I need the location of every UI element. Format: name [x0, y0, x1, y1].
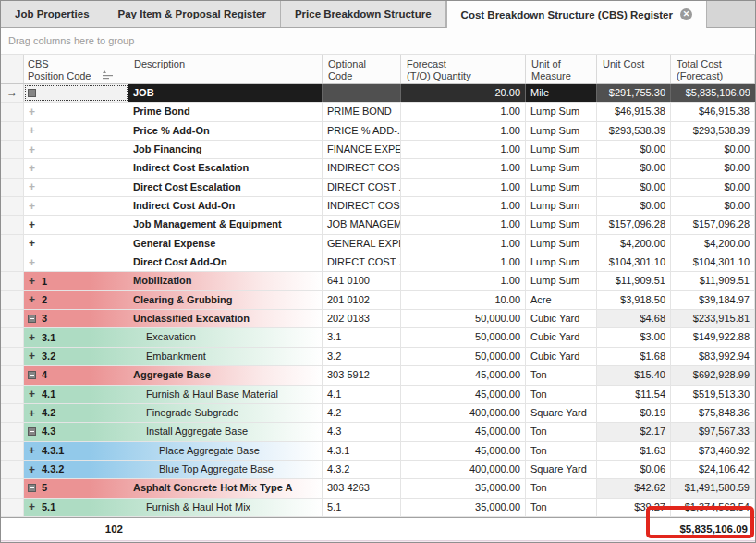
cell-total-cost[interactable]: $233,915.81: [671, 310, 755, 327]
expand-icon[interactable]: +: [28, 220, 36, 229]
cell-cbs-position-code[interactable]: +: [24, 197, 128, 215]
table-row[interactable]: +General ExpenseGENERAL EXPE...1.00Lump …: [1, 235, 755, 253]
table-row[interactable]: +4.1Furnish & Haul Base Material4.145,00…: [1, 386, 755, 404]
cell-description[interactable]: Blue Top Aggregate Base: [128, 461, 323, 478]
row-indicator-cell[interactable]: [1, 291, 24, 309]
cell-optional-code[interactable]: JOB MANAGEM...: [323, 216, 401, 233]
cell-cbs-position-code[interactable]: +2: [24, 291, 128, 309]
cell-cbs-position-code[interactable]: +4.1: [24, 386, 128, 403]
table-row[interactable]: +3.1Excavation3.150,000.00Cubic Yard$3.0…: [1, 328, 755, 347]
expand-icon[interactable]: +: [28, 352, 36, 361]
cell-cbs-position-code[interactable]: +4.3.2: [24, 461, 128, 478]
cell-unit-cost[interactable]: $4,200.00: [597, 235, 671, 253]
cell-forecast-quantity[interactable]: 45,000.00: [401, 386, 526, 403]
cell-optional-code[interactable]: 201 0102: [323, 291, 401, 309]
expand-icon[interactable]: +: [28, 502, 36, 512]
table-row[interactable]: 5Asphalt Concrete Hot Mix Type A303 4263…: [1, 479, 755, 498]
cell-optional-code[interactable]: 3.2: [323, 348, 401, 365]
cell-unit-cost[interactable]: $11.54: [597, 386, 671, 403]
cell-unit-of-measure[interactable]: Mile: [526, 84, 597, 102]
collapse-icon[interactable]: [28, 484, 36, 492]
cell-description[interactable]: JOB: [128, 84, 323, 102]
cell-cbs-position-code[interactable]: 4: [24, 366, 128, 384]
expand-icon[interactable]: +: [28, 239, 36, 248]
cell-description[interactable]: Direct Cost Escalation: [128, 179, 323, 196]
cell-description[interactable]: Price % Add-On: [128, 122, 323, 140]
collapse-icon[interactable]: [28, 315, 36, 323]
row-indicator-cell[interactable]: [1, 159, 24, 177]
cell-total-cost[interactable]: $0.00: [671, 197, 755, 215]
cell-optional-code[interactable]: 4.3.1: [323, 442, 401, 460]
cell-description[interactable]: Indirect Cost Add-On: [128, 197, 323, 215]
cell-cbs-position-code[interactable]: +: [24, 159, 128, 177]
cell-forecast-quantity[interactable]: 45,000.00: [401, 442, 526, 460]
cell-cbs-position-code[interactable]: 5: [24, 479, 128, 497]
cell-optional-code[interactable]: PRICE % ADD-...: [323, 122, 401, 140]
cell-optional-code[interactable]: 641 0100: [323, 272, 401, 290]
cell-optional-code[interactable]: INDIRECT COS...: [323, 159, 401, 177]
cell-unit-of-measure[interactable]: Ton: [526, 386, 597, 403]
table-row[interactable]: +Indirect Cost EscalationINDIRECT COS...…: [1, 159, 755, 178]
cell-optional-code[interactable]: 4.3: [323, 423, 401, 440]
cell-total-cost[interactable]: $0.00: [671, 141, 755, 158]
cell-unit-of-measure[interactable]: Lump Sum: [526, 179, 597, 196]
cell-unit-of-measure[interactable]: Lump Sum: [526, 253, 597, 271]
row-indicator-cell[interactable]: [1, 499, 24, 516]
cell-forecast-quantity[interactable]: 1.00: [401, 197, 526, 215]
cell-cbs-position-code[interactable]: +: [24, 103, 128, 120]
column-header-qty[interactable]: Forecast(T/O) Quantity: [401, 55, 526, 83]
cell-forecast-quantity[interactable]: 45,000.00: [401, 366, 526, 384]
tab-2[interactable]: Pay Item & Proposal Register: [104, 1, 281, 27]
cell-optional-code[interactable]: 4.3.2: [323, 461, 401, 478]
cell-optional-code[interactable]: DIRECT COST ...: [323, 253, 401, 271]
row-indicator-cell[interactable]: [1, 253, 24, 271]
cell-unit-cost[interactable]: $15.40: [597, 366, 671, 384]
cell-total-cost[interactable]: $39,184.97: [671, 291, 755, 309]
cell-unit-cost[interactable]: $3,918.50: [597, 291, 671, 309]
row-indicator-cell[interactable]: [1, 348, 24, 365]
cell-forecast-quantity[interactable]: 50,000.00: [401, 348, 526, 365]
cell-total-cost[interactable]: $97,567.33: [671, 423, 755, 440]
cell-total-cost[interactable]: $104,301.10: [671, 253, 755, 271]
table-row[interactable]: +4.3.1Place Aggregate Base4.3.145,000.00…: [1, 442, 755, 461]
cell-unit-of-measure[interactable]: Ton: [526, 442, 597, 460]
expand-icon[interactable]: +: [28, 107, 36, 117]
cell-description[interactable]: Excavation: [128, 328, 323, 346]
cell-optional-code[interactable]: 4.2: [323, 404, 401, 422]
cell-unit-of-measure[interactable]: Ton: [526, 423, 597, 440]
row-indicator-cell[interactable]: [1, 103, 24, 120]
cell-unit-of-measure[interactable]: Lump Sum: [526, 216, 597, 233]
cell-description[interactable]: Mobilization: [128, 272, 323, 290]
cell-cbs-position-code[interactable]: +5.1: [24, 499, 128, 516]
cell-forecast-quantity[interactable]: 1.00: [401, 272, 526, 290]
cell-optional-code[interactable]: 3.1: [323, 328, 401, 346]
cell-cbs-position-code[interactable]: +: [24, 122, 128, 140]
tab-close-icon[interactable]: ✕: [680, 8, 692, 20]
cell-unit-of-measure[interactable]: Lump Sum: [526, 235, 597, 253]
row-indicator-cell[interactable]: [1, 328, 24, 346]
cell-unit-cost[interactable]: $0.00: [597, 179, 671, 196]
cell-unit-of-measure[interactable]: Cubic Yard: [526, 348, 597, 365]
cell-unit-cost[interactable]: $4.68: [597, 310, 671, 327]
cell-cbs-position-code[interactable]: +3.2: [24, 348, 128, 365]
cell-unit-cost[interactable]: $46,915.38: [597, 103, 671, 120]
row-indicator-cell[interactable]: [1, 461, 24, 478]
cell-forecast-quantity[interactable]: 1.00: [401, 103, 526, 120]
cell-unit-of-measure[interactable]: Lump Sum: [526, 197, 597, 215]
cell-total-cost[interactable]: $4,200.00: [671, 235, 755, 253]
row-indicator-cell[interactable]: [1, 197, 24, 215]
row-indicator-cell[interactable]: [1, 423, 24, 440]
cell-unit-cost[interactable]: $104,301.10: [597, 253, 671, 271]
cell-total-cost[interactable]: $0.00: [671, 159, 755, 177]
row-indicator-cell[interactable]: [1, 386, 24, 403]
table-row[interactable]: +1Mobilization641 01001.00Lump Sum$11,90…: [1, 272, 755, 290]
cell-unit-cost[interactable]: $291,755.30: [597, 84, 671, 102]
expand-icon[interactable]: +: [28, 258, 36, 267]
table-row[interactable]: +5.1Furnish & Haul Hot Mix5.135,000.00To…: [1, 499, 755, 517]
cell-optional-code[interactable]: DIRECT COST ...: [323, 179, 401, 196]
expand-icon[interactable]: +: [28, 182, 36, 191]
cell-unit-cost[interactable]: $39.27: [597, 499, 671, 516]
collapse-icon[interactable]: [28, 371, 36, 379]
cell-description[interactable]: Asphalt Concrete Hot Mix Type A: [128, 479, 323, 497]
cell-total-cost[interactable]: $11,909.51: [671, 272, 755, 290]
